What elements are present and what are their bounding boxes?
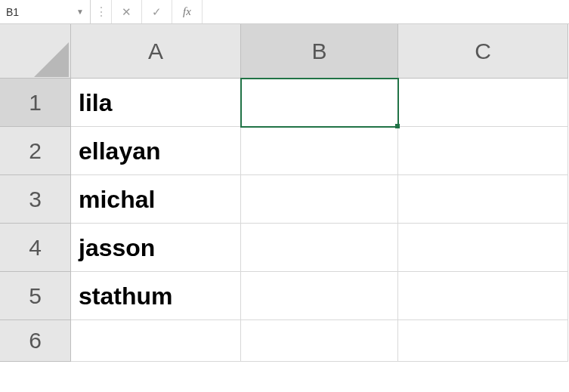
check-icon: ✓: [152, 5, 162, 19]
cell-C3[interactable]: [398, 175, 568, 224]
cell-A1[interactable]: lila: [71, 79, 241, 127]
name-box-value: B1: [6, 6, 73, 18]
row-headers: 1 2 3 4 5 6: [0, 79, 71, 362]
cell-B6[interactable]: [241, 320, 398, 362]
drag-handle-icon[interactable]: ⋮: [91, 0, 112, 23]
formula-bar: B1 ▼ ⋮ ✕ ✓ fx: [0, 0, 569, 24]
row-header-1[interactable]: 1: [0, 79, 71, 127]
row-header-2[interactable]: 2: [0, 127, 71, 175]
row-header-6[interactable]: 6: [0, 320, 71, 362]
svg-marker-0: [34, 42, 69, 77]
row-header-3[interactable]: 3: [0, 175, 71, 224]
formula-input[interactable]: [203, 0, 569, 23]
cell-A3[interactable]: michal: [71, 175, 241, 224]
row-header-4[interactable]: 4: [0, 224, 71, 272]
select-all-corner[interactable]: [0, 24, 71, 79]
column-header-C[interactable]: C: [398, 24, 568, 79]
insert-function-button[interactable]: fx: [172, 0, 203, 23]
cell-A2[interactable]: ellayan: [71, 127, 241, 175]
cell-C5[interactable]: [398, 272, 568, 320]
cell-B2[interactable]: [241, 127, 398, 175]
cell-B4[interactable]: [241, 224, 398, 272]
cell-C6[interactable]: [398, 320, 568, 362]
column-header-A[interactable]: A: [71, 24, 241, 79]
cell-A6[interactable]: [71, 320, 241, 362]
chevron-down-icon[interactable]: ▼: [73, 8, 84, 16]
cell-B1[interactable]: [241, 79, 398, 127]
column-headers: A B C: [0, 24, 569, 79]
spreadsheet-grid: A B C 1 2 3 4 5 6 lila ellayan michal: [0, 24, 569, 362]
cell-C2[interactable]: [398, 127, 568, 175]
cell-B5[interactable]: [241, 272, 398, 320]
cell-C1[interactable]: [398, 79, 568, 127]
name-box[interactable]: B1 ▼: [0, 0, 91, 23]
cancel-icon: ✕: [122, 5, 131, 19]
cell-C4[interactable]: [398, 224, 568, 272]
row-header-5[interactable]: 5: [0, 272, 71, 320]
cell-B3[interactable]: [241, 175, 398, 224]
cell-A4[interactable]: jasson: [71, 224, 241, 272]
fx-icon: fx: [183, 5, 191, 18]
cell-A5[interactable]: stathum: [71, 272, 241, 320]
enter-button[interactable]: ✓: [142, 0, 172, 23]
cancel-button[interactable]: ✕: [112, 0, 142, 23]
cells-area: lila ellayan michal jasson stathum: [71, 79, 568, 362]
select-all-triangle-icon: [34, 42, 69, 77]
column-header-B[interactable]: B: [241, 24, 398, 79]
